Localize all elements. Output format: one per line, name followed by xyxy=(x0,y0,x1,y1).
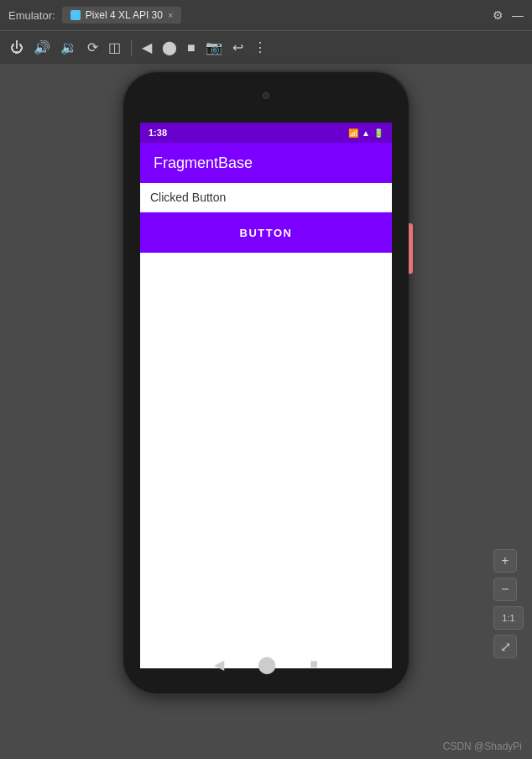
button-label: BUTTON xyxy=(240,227,293,239)
home-icon[interactable]: ⬤ xyxy=(162,39,177,55)
status-icons: 📶 ▲ 🔋 xyxy=(348,128,383,138)
plus-icon: + xyxy=(501,553,509,568)
toolbar: ⏻ 🔊 🔉 ⟳ ◫ ◀ ⬤ ■ 📷 ↩ ⋮ xyxy=(0,30,532,64)
nav-back-icon[interactable]: ◀ xyxy=(214,657,224,673)
main-button[interactable]: BUTTON xyxy=(140,212,392,253)
rotate-icon[interactable]: ⟳ xyxy=(87,39,98,55)
nav-home-icon[interactable]: ⬤ xyxy=(258,654,276,674)
zoom-out-button[interactable]: − xyxy=(493,578,517,601)
top-bar: Emulator: Pixel 4 XL API 30 × ⚙ — xyxy=(0,0,532,30)
expand-icon: ⤢ xyxy=(500,639,511,655)
emulator-label: Emulator: xyxy=(8,9,55,22)
battery-icon: 🔋 xyxy=(373,128,383,138)
more-icon[interactable]: ⋮ xyxy=(253,39,267,55)
app-bar: FragmentBase xyxy=(140,143,392,183)
phone-area: 1:38 📶 ▲ 🔋 FragmentBase Clicked Button B… xyxy=(0,64,532,759)
back-icon[interactable]: ◀ xyxy=(142,39,152,55)
minus-icon: − xyxy=(501,582,509,597)
minimize-icon[interactable]: — xyxy=(512,8,524,22)
device-tab-label: Pixel 4 XL API 30 xyxy=(86,9,163,21)
fold-icon[interactable]: ◫ xyxy=(108,39,121,55)
wifi-icon: 📶 xyxy=(348,128,358,138)
phone-notch xyxy=(241,87,291,104)
volume-up-icon[interactable]: 🔊 xyxy=(34,39,50,55)
power-icon[interactable]: ⏻ xyxy=(10,40,23,55)
camera-icon[interactable]: 📷 xyxy=(206,39,222,55)
volume-down-icon[interactable]: 🔉 xyxy=(60,39,77,55)
app-title: FragmentBase xyxy=(154,154,253,172)
status-time: 1:38 xyxy=(149,128,167,138)
device-tab[interactable]: Pixel 4 XL API 30 × xyxy=(62,7,182,24)
app-content: Clicked Button BUTTON xyxy=(140,183,392,668)
separator-1 xyxy=(131,39,132,56)
ratio-label: 1:1 xyxy=(502,613,514,623)
top-bar-right: ⚙ — xyxy=(493,8,524,22)
expand-button[interactable]: ⤢ xyxy=(493,635,517,658)
right-panel: + − 1:1 ⤢ xyxy=(493,549,524,658)
bottom-nav: ◀ ⬤ ■ xyxy=(214,654,318,674)
nav-recents-icon[interactable]: ■ xyxy=(310,657,318,672)
phone-bottom-frame: ◀ ⬤ ■ xyxy=(123,635,409,694)
undo-icon[interactable]: ↩ xyxy=(232,39,243,55)
signal-icon: ▲ xyxy=(362,128,370,138)
phone-small-icon xyxy=(70,10,81,20)
phone-screen: 1:38 📶 ▲ 🔋 FragmentBase Clicked Button B… xyxy=(140,123,392,668)
front-camera xyxy=(263,92,269,99)
watermark: CSDN @ShadyPi xyxy=(443,741,522,752)
close-tab-icon[interactable]: × xyxy=(168,10,173,20)
settings-icon[interactable]: ⚙ xyxy=(493,8,503,22)
zoom-in-button[interactable]: + xyxy=(493,549,517,573)
clicked-text-area: Clicked Button xyxy=(140,183,392,212)
stop-icon[interactable]: ■ xyxy=(187,40,196,55)
ratio-button[interactable]: 1:1 xyxy=(493,606,524,630)
phone-frame: 1:38 📶 ▲ 🔋 FragmentBase Clicked Button B… xyxy=(123,72,409,694)
clicked-text: Clicked Button xyxy=(150,191,226,204)
status-bar: 1:38 📶 ▲ 🔋 xyxy=(140,123,392,143)
power-side-button[interactable] xyxy=(409,223,413,274)
